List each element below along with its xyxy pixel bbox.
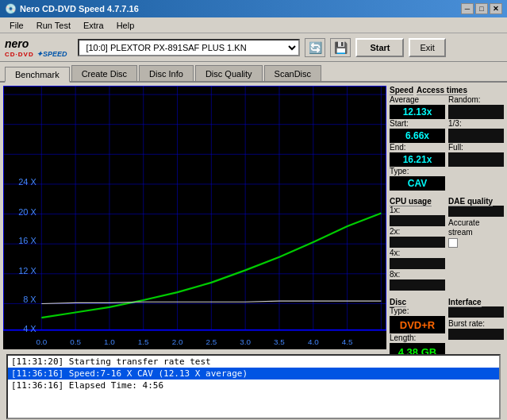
toolbar: nero CD·DVD ✦SPEED [10:0] PLEXTOR PX-891… xyxy=(0,33,507,62)
interface-col: Interface Burst rate: xyxy=(448,298,504,360)
minimize-button[interactable]: ─ xyxy=(461,3,474,14)
log-text-0: Starting transfer rate test xyxy=(69,356,211,367)
log-text-2: Elapsed Time: 4:56 xyxy=(69,380,163,391)
svg-text:2.5: 2.5 xyxy=(205,337,217,346)
right-panel: Speed Access times Average 12.13x Start:… xyxy=(390,83,507,353)
stream-label: stream xyxy=(448,228,504,237)
access-col: Random: 1/3: Full: xyxy=(448,95,504,191)
log-container: [11:31:20] Starting transfer rate test [… xyxy=(3,354,504,419)
menu-file[interactable]: File xyxy=(3,19,30,32)
cpu-col: CPU usage 1x: 2x: 4x: 8x: xyxy=(390,197,445,291)
svg-text:3.5: 3.5 xyxy=(274,337,285,346)
restore-button[interactable]: □ xyxy=(475,3,488,14)
tab-disc-info[interactable]: Disc Info xyxy=(139,65,194,81)
nero-subtitle: CD·DVD ✦SPEED xyxy=(5,50,67,58)
log-time-2: [11:36:16] xyxy=(11,380,63,391)
disc-interface-row: Disc Type: DVD+R Length: 4.38 GB Interfa… xyxy=(390,298,504,360)
accurate-stream-checkbox-row xyxy=(448,238,504,248)
svg-text:4.0: 4.0 xyxy=(308,337,319,346)
svg-text:0.0: 0.0 xyxy=(36,337,47,346)
tab-benchmark[interactable]: Benchmark xyxy=(5,67,70,83)
speed-access-row: Average 12.13x Start: 6.66x End: 16.21x … xyxy=(390,95,504,191)
cpu-4x-label: 4x: xyxy=(390,249,445,257)
cpu-1x-label: 1x: xyxy=(390,206,445,214)
start-value: 6.66x xyxy=(390,129,445,143)
nero-logo: nero CD·DVD ✦SPEED xyxy=(5,37,67,58)
burst-value xyxy=(448,329,504,340)
interface-value xyxy=(448,306,504,318)
disc-type-value: DVD+R xyxy=(390,316,445,333)
start-label: Start: xyxy=(390,119,445,128)
disc-length-label: Length: xyxy=(390,333,445,342)
interface-header: Interface xyxy=(448,298,482,307)
svg-text:24 X: 24 X xyxy=(18,177,36,187)
dae-col: DAE quality Accurate stream xyxy=(448,197,504,291)
app-icon: 💿 xyxy=(5,3,17,14)
main-content: 4 X 8 X 12 X 16 X 20 X 24 X 4 8 12 16 20… xyxy=(0,83,507,353)
benchmark-chart: 4 X 8 X 12 X 16 X 20 X 24 X 4 8 12 16 20… xyxy=(3,86,386,349)
burst-label: Burst rate: xyxy=(448,319,504,328)
menu-run-test[interactable]: Run Test xyxy=(30,19,77,32)
svg-text:2.0: 2.0 xyxy=(172,337,183,346)
window-controls: ─ □ ✕ xyxy=(461,3,502,14)
menu-help[interactable]: Help xyxy=(110,19,141,32)
tab-create-disc[interactable]: Create Disc xyxy=(71,65,137,81)
type-value: CAV xyxy=(390,176,445,191)
cpu-dae-row: CPU usage 1x: 2x: 4x: 8x: DAE quality Ac… xyxy=(390,197,504,291)
svg-text:1.0: 1.0 xyxy=(104,337,115,346)
log-text-1: Speed:7-16 X CAV (12.13 X average) xyxy=(69,368,248,379)
type-label: Type: xyxy=(390,167,445,175)
random-label: Random: xyxy=(448,95,504,104)
save-button[interactable]: 💾 xyxy=(330,38,351,57)
disc-col: Disc Type: DVD+R Length: 4.38 GB xyxy=(390,298,445,360)
cpu-2x-value xyxy=(390,237,445,248)
cpu-4x-value xyxy=(390,258,445,269)
exit-button[interactable]: Exit xyxy=(409,38,445,57)
accurate-stream-checkbox[interactable] xyxy=(448,238,458,248)
chart-area: 4 X 8 X 12 X 16 X 20 X 24 X 4 8 12 16 20… xyxy=(3,86,386,349)
full-value xyxy=(448,152,504,167)
onethird-value xyxy=(448,129,504,143)
svg-text:1.5: 1.5 xyxy=(138,337,149,346)
end-label: End: xyxy=(390,143,445,152)
tab-disc-quality[interactable]: Disc Quality xyxy=(195,65,263,81)
tab-bar: Benchmark Create Disc Disc Info Disc Qua… xyxy=(0,62,507,83)
menu-bar: File Run Test Extra Help xyxy=(0,17,507,33)
refresh-button[interactable]: 🔄 xyxy=(305,38,325,57)
close-button[interactable]: ✕ xyxy=(490,3,502,14)
disc-type-header: Type: xyxy=(390,306,445,315)
svg-text:16 X: 16 X xyxy=(18,236,36,245)
random-value xyxy=(448,105,504,119)
svg-text:8 X: 8 X xyxy=(23,295,36,304)
start-button[interactable]: Start xyxy=(355,38,404,57)
full-label: Full: xyxy=(448,143,504,152)
speed-col: Average 12.13x Start: 6.66x End: 16.21x … xyxy=(390,95,445,191)
average-value: 12.13x xyxy=(390,105,445,119)
menu-extra[interactable]: Extra xyxy=(77,19,110,32)
speed-section-label: Speed xyxy=(390,86,413,94)
end-value: 16.21x xyxy=(390,152,445,167)
window-title: Nero CD-DVD Speed 4.7.7.16 xyxy=(20,4,461,13)
log-time-0: [11:31:20] xyxy=(11,356,63,367)
onethird-label: 1/3: xyxy=(448,119,504,128)
svg-text:0.5: 0.5 xyxy=(70,337,81,346)
access-section-label: Access times xyxy=(417,86,467,94)
svg-text:20 X: 20 X xyxy=(18,207,36,217)
tab-scandisc[interactable]: ScanDisc xyxy=(264,65,321,81)
title-bar: 💿 Nero CD-DVD Speed 4.7.7.16 ─ □ ✕ xyxy=(0,0,507,17)
drive-selector[interactable]: [10:0] PLEXTOR PX-891SAF PLUS 1.KN xyxy=(78,39,300,56)
log-area[interactable]: [11:31:20] Starting transfer rate test [… xyxy=(6,354,501,419)
cpu-8x-value xyxy=(390,279,445,291)
nero-wordmark: nero xyxy=(5,37,29,50)
svg-text:12 X: 12 X xyxy=(18,266,36,276)
cpu-1x-value xyxy=(390,215,445,226)
svg-text:4 X: 4 X xyxy=(23,324,36,333)
log-row-2: [11:36:16] Elapsed Time: 4:56 xyxy=(8,380,499,391)
svg-rect-0 xyxy=(3,86,386,349)
log-row-0: [11:31:20] Starting transfer rate test xyxy=(8,356,499,368)
accurate-label: Accurate xyxy=(448,218,504,227)
dae-value xyxy=(448,206,504,217)
cpu-8x-label: 8x: xyxy=(390,270,445,279)
svg-text:3.0: 3.0 xyxy=(240,337,251,346)
log-time-1: [11:36:16] xyxy=(11,368,63,379)
